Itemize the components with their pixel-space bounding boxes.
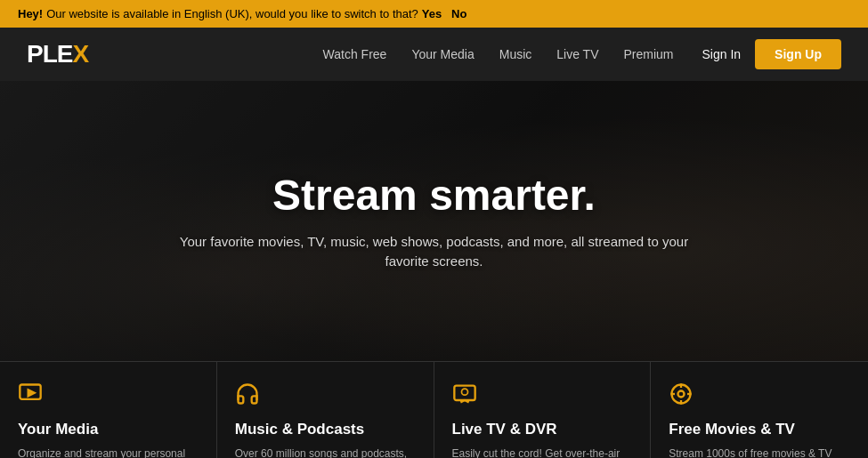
logo[interactable]: PLEX xyxy=(27,40,88,68)
logo-x: X xyxy=(72,40,88,68)
announcement-actions: Yes No xyxy=(422,7,467,20)
feature-desc-free-movies: Stream 1000s of free movies & TV shows o… xyxy=(669,446,850,458)
nav-your-media[interactable]: Your Media xyxy=(411,47,474,61)
feature-title-free-movies: Free Movies & TV xyxy=(669,421,850,438)
tv-icon xyxy=(452,382,633,412)
feature-title-live-tv: Live TV & DVR xyxy=(452,421,633,438)
nav-music[interactable]: Music xyxy=(499,47,532,61)
hero-section: Stream smarter. Your favorite movies, TV… xyxy=(0,81,868,361)
feature-desc-your-media: Organize and stream your personal collec… xyxy=(18,446,199,458)
svg-marker-1 xyxy=(28,390,35,396)
svg-rect-2 xyxy=(454,386,475,400)
sign-in-button[interactable]: Sign In xyxy=(702,47,742,61)
auth-buttons: Sign In Sign Up xyxy=(702,39,841,69)
announcement-bar: Hey! Our website is available in English… xyxy=(0,0,868,28)
headphones-icon xyxy=(235,382,416,412)
feature-item-music-podcasts: Music & Podcasts Over 60 million songs a… xyxy=(217,362,434,458)
hero-title: Stream smarter. xyxy=(167,171,702,220)
feature-item-your-media: Your Media Organize and stream your pers… xyxy=(0,362,217,458)
announcement-yes[interactable]: Yes xyxy=(422,7,442,20)
svg-point-3 xyxy=(461,389,467,395)
feature-desc-live-tv: Easily cut the cord! Get over-the-air li… xyxy=(452,446,633,458)
nav-premium[interactable]: Premium xyxy=(624,47,674,61)
announcement-no[interactable]: No xyxy=(451,7,466,20)
svg-point-5 xyxy=(678,391,685,398)
hero-content: Stream smarter. Your favorite movies, TV… xyxy=(150,171,719,272)
feature-title-music-podcasts: Music & Podcasts xyxy=(235,421,416,438)
feature-title-your-media: Your Media xyxy=(18,421,199,438)
play-icon xyxy=(18,382,199,412)
hero-subtitle: Your favorite movies, TV, music, web sho… xyxy=(167,232,702,272)
sign-up-button[interactable]: Sign Up xyxy=(755,39,841,69)
film-icon xyxy=(669,382,850,412)
feature-desc-music-podcasts: Over 60 million songs and podcasts, inte… xyxy=(235,446,416,458)
features-bar: Your Media Organize and stream your pers… xyxy=(0,361,868,458)
main-nav: Watch Free Your Media Music Live TV Prem… xyxy=(323,47,674,61)
nav-watch-free[interactable]: Watch Free xyxy=(323,47,387,61)
header: PLEX Watch Free Your Media Music Live TV… xyxy=(0,28,868,81)
nav-live-tv[interactable]: Live TV xyxy=(556,47,598,61)
feature-item-live-tv: Live TV & DVR Easily cut the cord! Get o… xyxy=(434,362,652,458)
announcement-message: Our website is available in English (UK)… xyxy=(46,7,418,20)
announcement-prefix: Hey! xyxy=(18,7,43,20)
feature-item-free-movies: Free Movies & TV Stream 1000s of free mo… xyxy=(651,362,868,458)
